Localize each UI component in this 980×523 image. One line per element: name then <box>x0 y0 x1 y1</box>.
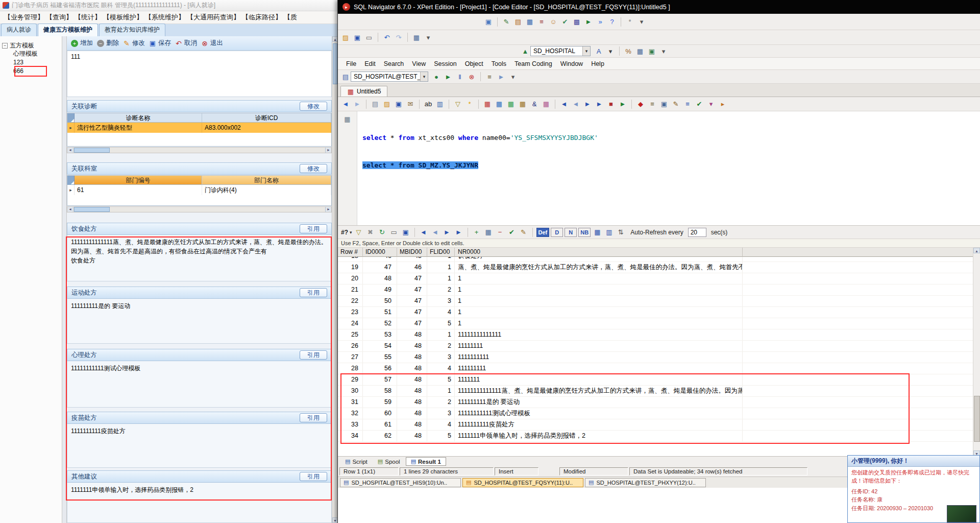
scroll-right-icon[interactable]: ► <box>325 148 331 153</box>
menu-session[interactable]: Session <box>430 60 460 67</box>
result-tab-spool[interactable]: ▤Spool <box>373 458 405 465</box>
grid-insert-icon[interactable]: ▦ <box>482 99 493 109</box>
grid-cell[interactable]: 111111111 <box>455 363 743 374</box>
quote-button[interactable]: 引用 <box>300 224 327 233</box>
grid-row[interactable]: 23514741 <box>338 307 980 318</box>
grid-cell[interactable]: 47 <box>397 307 427 318</box>
mail-icon[interactable]: ✉ <box>405 99 415 109</box>
emr-menu-item[interactable]: 【模板维护】 <box>102 13 144 22</box>
first-record-icon[interactable]: ◄ <box>559 99 569 109</box>
run-current-icon[interactable]: ► <box>618 99 628 109</box>
grid-column-header[interactable]: Row # <box>338 248 363 257</box>
find-text-icon[interactable]: A <box>594 46 604 56</box>
emr-menu-item[interactable]: 【业务管理】 <box>3 13 45 22</box>
scroll-thumb[interactable] <box>74 207 110 212</box>
result-tab-result-1[interactable]: ▤Result 1 <box>406 457 446 466</box>
analyze-icon[interactable]: ≡ <box>536 17 547 27</box>
diagnosis-icd-cell[interactable]: A83.000x002 <box>202 123 331 133</box>
grid-cell[interactable]: 2 <box>427 341 455 351</box>
grid-cell[interactable]: 23 <box>338 307 363 318</box>
last-record-icon[interactable]: ► <box>594 99 604 109</box>
diagnosis-row[interactable]: ▸ 流行性乙型脑炎轻型 A83.000x002 <box>67 123 331 133</box>
diagnosis-icd-column-header[interactable]: 诊断ICD <box>202 113 331 123</box>
grid-cell[interactable]: 22 <box>338 296 363 306</box>
delete-button[interactable]: − 删除 <box>97 39 119 47</box>
emr-vertical-scrollbar[interactable]: ▲ ▼ <box>332 36 337 523</box>
grid-cell[interactable]: 4 <box>427 363 455 374</box>
grid-cell[interactable]: 46 <box>397 262 427 273</box>
diagnosis-name-cell[interactable]: 流行性乙型脑炎轻型 <box>75 123 202 133</box>
code-area[interactable]: select * from xt_xtcs00 where name00='YS… <box>357 111 980 225</box>
grid-cell[interactable]: 47 <box>397 296 427 306</box>
grid-cell[interactable]: 2 <box>427 284 455 295</box>
edit-cell-icon[interactable]: ✎ <box>519 227 529 237</box>
result-tab-script[interactable]: ▤Script <box>340 458 372 465</box>
next-record-icon[interactable]: ► <box>582 99 593 109</box>
open-file-icon[interactable]: ▨ <box>340 32 351 42</box>
new-file-icon[interactable]: ▤ <box>370 99 380 109</box>
highlight-icon[interactable]: * <box>464 99 475 109</box>
chevron-down-icon[interactable]: ▾ <box>658 46 669 56</box>
grid-cell[interactable]: 20 <box>338 273 363 284</box>
pause-icon[interactable]: ‖ <box>455 72 465 82</box>
tree-collapse-icon[interactable]: − <box>2 43 8 49</box>
department-name-cell[interactable]: 门诊内科(4) <box>202 185 331 195</box>
join-icon[interactable]: & <box>529 99 540 109</box>
scroll-left-icon[interactable]: ◄ <box>67 148 74 153</box>
filter-funnel-icon[interactable]: ▽ <box>354 227 364 237</box>
settings-icon[interactable]: * <box>625 17 635 27</box>
emr-menu-item[interactable]: 【系统维护】 <box>144 13 186 22</box>
last-record-icon[interactable]: ► <box>454 227 464 237</box>
grid-cell[interactable]: 48 <box>397 341 427 351</box>
diagnosis-name-column-header[interactable]: 诊断名称 <box>75 113 202 123</box>
grid-row[interactable]: 1947461蒸、煮、炖是最健康的烹饪方式从加工的方式来讲，蒸、煮、炖是最佳的办… <box>338 262 980 273</box>
chevron-down-icon[interactable]: ▾ <box>508 72 518 82</box>
row-number-menu[interactable]: #? <box>341 229 348 236</box>
modify-button[interactable]: ✎ 修改 <box>123 39 145 47</box>
columns-icon[interactable]: ▥ <box>435 99 445 109</box>
grid-find-icon[interactable]: ▦ <box>506 99 516 109</box>
autorefresh-interval-input[interactable] <box>688 228 706 237</box>
spell-check-icon[interactable]: ab <box>423 99 433 109</box>
grid-cell[interactable]: 1 <box>427 329 455 340</box>
grid-cell[interactable]: 1111111111 <box>455 352 743 363</box>
grid-cell[interactable]: 53 <box>363 329 397 340</box>
grid-cell[interactable]: 25 <box>338 329 363 340</box>
grid-row[interactable]: 22504731 <box>338 296 980 307</box>
grid-row[interactable]: 255348111111111111111 <box>338 329 980 341</box>
menu-view[interactable]: View <box>408 60 430 67</box>
grid-column-header[interactable]: NR0000 <box>455 248 743 257</box>
column-width-button-n[interactable]: N <box>565 228 577 237</box>
save-icon[interactable]: ▣ <box>394 99 404 109</box>
template-note-area[interactable]: 111 <box>67 51 332 97</box>
menu-tools[interactable]: Tools <box>487 60 510 67</box>
check-icon[interactable]: ✔ <box>694 99 704 109</box>
modify-department-button[interactable]: 修改 <box>300 164 327 173</box>
brush-icon[interactable]: ✎ <box>671 99 681 109</box>
grid-cell[interactable]: 5 <box>427 318 455 329</box>
back-icon[interactable]: ◄ <box>340 99 351 109</box>
grid-cell[interactable]: 28 <box>338 363 363 374</box>
save-file-icon[interactable]: ▣ <box>352 32 362 42</box>
grid-column-header[interactable]: ID0000 <box>363 248 397 257</box>
run-file-icon[interactable]: ► <box>496 72 506 82</box>
filter-box-icon[interactable]: ▾ <box>605 46 616 56</box>
session-tab-2[interactable]: ▤SD_HOSPITAL@TEST_FQSYY(11):U.. <box>462 478 583 487</box>
grid-row[interactable]: 21494721 <box>338 284 980 296</box>
new-session-window-icon[interactable]: ▣ <box>483 17 494 27</box>
grid-cell[interactable]: 48 <box>363 273 397 284</box>
undo-icon[interactable]: ↶ <box>382 32 392 42</box>
grid-icon[interactable]: ▦ <box>483 227 494 237</box>
grid-cell[interactable]: 47 <box>363 262 397 273</box>
script-runner-icon[interactable]: ► <box>583 17 594 27</box>
grid-cell[interactable]: 46 <box>363 257 397 262</box>
find-objects-icon[interactable]: ▩ <box>572 17 582 27</box>
grid-row[interactable]: 2856484111111111 <box>338 363 980 374</box>
grid-row[interactable]: 20484711 <box>338 273 980 284</box>
selector-column-header[interactable]: ◢ <box>67 113 75 123</box>
grid-cell[interactable]: 21 <box>338 284 363 295</box>
delete-row-icon[interactable]: − <box>495 227 505 237</box>
clear-filter-icon[interactable]: ✖ <box>365 227 376 237</box>
department-id-cell[interactable]: 61 <box>75 185 202 195</box>
emr-menu-item[interactable]: 【统计】 <box>74 13 102 22</box>
